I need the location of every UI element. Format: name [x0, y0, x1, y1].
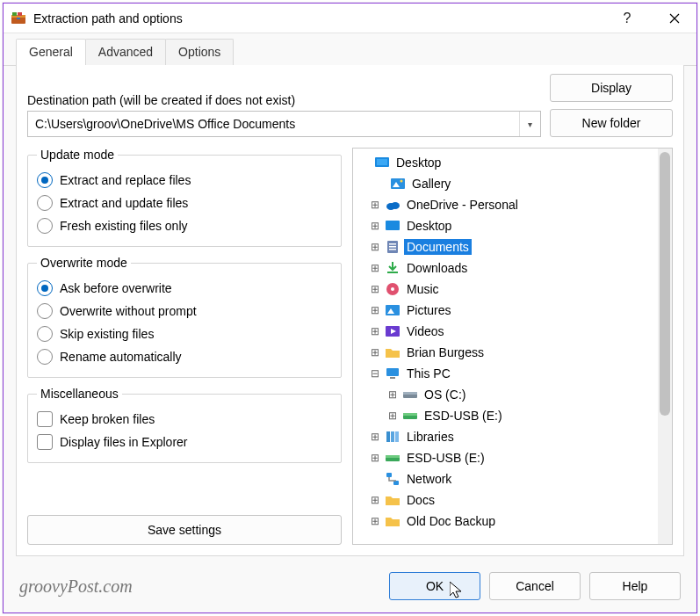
expand-icon[interactable]: [369, 220, 381, 232]
destination-row: Destination path (will be created if doe…: [27, 74, 673, 137]
tab-options[interactable]: Options: [165, 39, 234, 65]
group-overwrite-mode: Overwrite mode Ask before overwrite Over…: [27, 256, 342, 378]
expand-icon[interactable]: [386, 409, 399, 422]
folder-icon: [385, 344, 401, 360]
tree-node-onedrive[interactable]: OneDrive - Personal: [357, 194, 658, 215]
expand-icon[interactable]: [369, 262, 381, 274]
svg-rect-3: [18, 12, 22, 16]
radio-icon: [37, 349, 53, 365]
help-button[interactable]: Help: [589, 572, 681, 600]
radio-rename-auto[interactable]: Rename automatically: [37, 345, 332, 368]
tree-node-downloads[interactable]: Downloads: [357, 257, 658, 279]
expand-icon[interactable]: [386, 388, 399, 401]
radio-extract-replace[interactable]: Extract and replace files: [37, 169, 332, 192]
check-display-explorer[interactable]: Display files in Explorer: [37, 431, 332, 453]
radio-icon: [37, 280, 53, 296]
tree-node-pictures[interactable]: Pictures: [357, 300, 658, 321]
radio-extract-update[interactable]: Extract and update files: [37, 192, 332, 214]
destination-label: Destination path (will be created if doe…: [27, 93, 541, 107]
radio-ask-overwrite[interactable]: Ask before overwrite: [37, 277, 332, 300]
svg-rect-30: [386, 431, 390, 442]
dialog-footer: groovyPost.com OK Cancel Help: [4, 565, 696, 612]
expand-icon[interactable]: [369, 325, 381, 337]
tree-node-osc[interactable]: OS (C:): [357, 384, 658, 405]
tree-node-esdusb[interactable]: ESD-USB (E:): [357, 405, 658, 426]
destination-input[interactable]: [27, 111, 541, 137]
destination-dropdown[interactable]: ▾: [519, 112, 540, 136]
svg-rect-6: [377, 159, 387, 165]
radio-icon: [37, 218, 53, 234]
checkbox-icon: [37, 434, 53, 450]
tree-node-desktop[interactable]: Desktop: [357, 152, 658, 173]
expand-icon[interactable]: [369, 452, 381, 464]
expand-icon[interactable]: [369, 346, 381, 359]
svg-rect-14: [389, 243, 396, 245]
save-settings-button[interactable]: Save settings: [27, 515, 342, 545]
radio-icon: [37, 172, 53, 188]
tree-node-docs[interactable]: Docs: [357, 489, 658, 511]
expand-icon[interactable]: [369, 283, 381, 295]
tree-node-libraries[interactable]: Libraries: [357, 426, 658, 447]
cancel-button[interactable]: Cancel: [489, 572, 581, 600]
tree-node-videos[interactable]: Videos: [357, 321, 658, 342]
drive-icon: [402, 387, 418, 402]
svg-rect-34: [386, 455, 400, 458]
tree-scrollbar[interactable]: [658, 149, 672, 544]
expand-icon[interactable]: [369, 494, 381, 506]
close-button[interactable]: [654, 4, 695, 33]
documents-icon: [385, 239, 401, 255]
tree-node-documents[interactable]: Documents: [357, 236, 658, 257]
expand-icon[interactable]: [369, 431, 381, 443]
expand-icon[interactable]: [369, 241, 381, 253]
ok-button[interactable]: OK: [389, 572, 480, 600]
videos-icon: [385, 323, 401, 339]
panel-general: Destination path (will be created if doe…: [16, 65, 684, 556]
checkbox-icon: [37, 411, 53, 427]
svg-rect-31: [391, 431, 394, 442]
watermark: groovyPost.com: [19, 576, 380, 597]
usb-drive-icon: [402, 408, 418, 424]
display-button[interactable]: Display: [550, 74, 673, 102]
usb-drive-icon: [385, 450, 401, 466]
collapse-icon[interactable]: [369, 367, 381, 380]
tree-node-desktop2[interactable]: Desktop: [357, 215, 658, 236]
tree-scroll[interactable]: Desktop Gallery OneDrive - Personal: [353, 149, 658, 544]
radio-fresh-existing[interactable]: Fresh existing files only: [37, 214, 332, 237]
scrollbar-thumb[interactable]: [660, 152, 670, 416]
legend-overwrite: Overwrite mode: [37, 256, 131, 270]
tab-advanced[interactable]: Advanced: [85, 39, 166, 65]
svg-rect-25: [390, 377, 395, 379]
help-titlebar-button[interactable]: ?: [607, 4, 647, 33]
radio-skip-existing[interactable]: Skip existing files: [37, 322, 332, 345]
folder-icon: [385, 492, 401, 508]
tree-node-gallery[interactable]: Gallery: [357, 173, 658, 194]
winrar-icon: [11, 11, 26, 26]
tab-general[interactable]: General: [16, 39, 86, 65]
svg-point-19: [391, 287, 394, 291]
svg-point-9: [401, 180, 403, 183]
tree-node-network[interactable]: Network: [357, 468, 658, 489]
tree-node-thispc[interactable]: This PC: [357, 363, 658, 384]
expand-icon[interactable]: [369, 304, 381, 316]
tree-node-brian[interactable]: Brian Burgess: [357, 342, 658, 363]
svg-rect-29: [403, 413, 417, 416]
expand-icon[interactable]: [369, 199, 381, 211]
tree-node-esdusb2[interactable]: ESD-USB (E:): [357, 447, 658, 468]
new-folder-button[interactable]: New folder: [550, 109, 673, 137]
downloads-icon: [385, 260, 401, 276]
radio-overwrite-noprompt[interactable]: Overwrite without prompt: [37, 300, 332, 322]
tree-node-music[interactable]: Music: [357, 279, 658, 300]
svg-rect-20: [386, 305, 400, 315]
network-icon: [385, 471, 401, 487]
music-icon: [385, 281, 401, 297]
radio-icon: [37, 195, 53, 211]
group-misc: Miscellaneous Keep broken files Display …: [27, 387, 342, 463]
check-keep-broken[interactable]: Keep broken files: [37, 408, 332, 431]
expand-icon[interactable]: [369, 515, 381, 527]
svg-rect-35: [386, 473, 392, 477]
tab-bar: General Advanced Options: [4, 33, 696, 66]
tree-node-oldbackup[interactable]: Old Doc Backup: [357, 511, 658, 532]
svg-rect-12: [386, 221, 400, 230]
dialog-window: Extraction path and options ? General Ad…: [3, 3, 697, 613]
svg-rect-16: [389, 249, 396, 250]
